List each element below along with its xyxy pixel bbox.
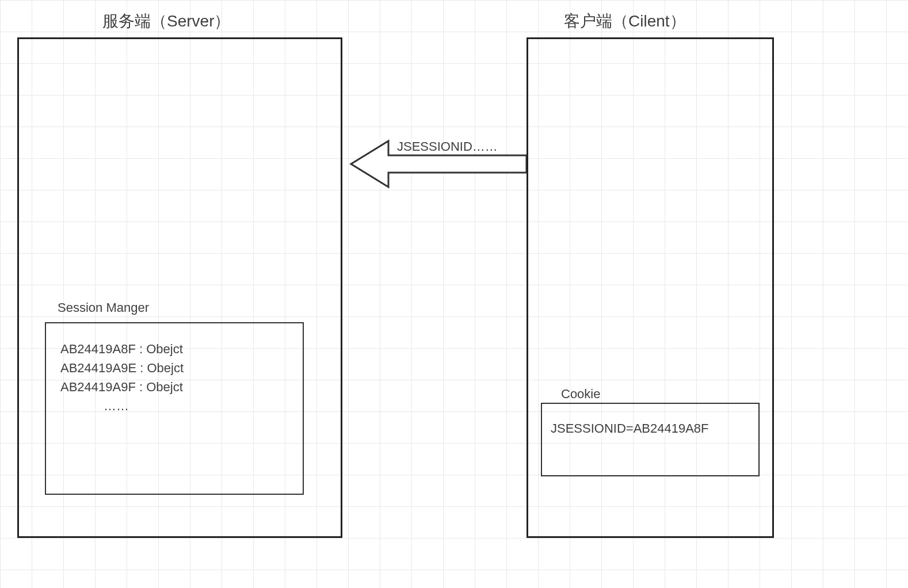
session-ellipsis: ……: [60, 396, 288, 415]
session-manager-label: Session Manger: [58, 300, 149, 315]
session-manager-box: AB24419A8F : Obejct AB24419A9E : Obejct …: [45, 322, 304, 495]
cookie-content: JSESSIONID=AB24419A8F: [551, 421, 709, 436]
arrow-icon: [348, 138, 527, 190]
session-entry: AB24419A9F : Obejct: [60, 377, 288, 396]
server-title: 服务端（Server）: [102, 10, 230, 32]
cookie-box: JSESSIONID=AB24419A8F: [541, 403, 760, 476]
client-title: 客户端（Cilent）: [564, 10, 686, 32]
cookie-label: Cookie: [561, 387, 600, 402]
session-entry: AB24419A9E : Obejct: [60, 358, 288, 377]
session-entry: AB24419A8F : Obejct: [60, 339, 288, 358]
